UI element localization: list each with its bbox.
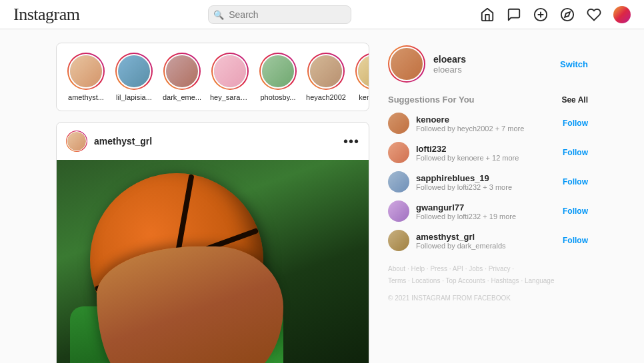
story-item[interactable]: lil_lapisia... [115,53,153,101]
follow-button[interactable]: Follow [563,236,588,245]
story-avatar-inner [357,54,369,89]
footer-link[interactable]: Hashtags [491,277,519,284]
story-username: dark_eme... [163,93,201,101]
footer-link[interactable]: API [453,265,463,272]
post-image [57,160,369,363]
add-icon[interactable] [533,7,548,22]
follow-button[interactable]: Follow [563,206,588,216]
story-item[interactable]: hey_sarah... [211,53,249,101]
story-username: kenzoere [359,93,369,101]
feed-column: amethyst...lil_lapisia...dark_eme...hey_… [56,43,369,363]
suggestions-list: kenoereFollowed by heych2002 + 7 moreFol… [388,113,588,251]
post-author-avatar[interactable] [66,131,87,152]
current-user-text: eloears eloears [433,54,466,75]
switch-button[interactable]: Switch [560,59,588,69]
suggestion-avatar[interactable] [388,200,409,222]
suggestion-avatar[interactable] [388,113,409,134]
suggestion-avatar[interactable] [388,171,409,192]
suggestion-left: gwangurl77Followed by lofti232 + 19 more [388,200,516,222]
heart-icon[interactable] [587,7,601,22]
suggestion-text: amesthyst_grlFollowed by dark_emeralds [416,232,506,250]
suggestion-text: gwangurl77Followed by lofti232 + 19 more [416,202,516,220]
footer-link-row: About · Help · Press · API · Jobs · Priv… [388,263,588,287]
story-username: lil_lapisia... [116,93,152,101]
suggestion-left: lofti232Followed by kenoere + 12 more [388,142,519,163]
follow-button[interactable]: Follow [563,119,588,128]
story-avatar-inner [309,54,343,89]
footer-copyright: © 2021 INSTAGRAM FROM FACEBOOK [388,292,588,304]
story-item[interactable]: amethyst... [67,53,105,101]
suggestion-left: sapphireblues_19Followed by lofti232 + 3… [388,171,512,192]
post-more-button[interactable]: ••• [343,135,359,148]
see-all-button[interactable]: See All [561,95,588,105]
suggestion-item: gwangurl77Followed by lofti232 + 19 more… [388,200,588,222]
suggestion-item: kenoereFollowed by heych2002 + 7 moreFol… [388,113,588,134]
story-username: amethyst... [68,93,104,101]
footer-link[interactable]: Language [525,277,555,284]
hand [97,246,283,363]
story-avatar-inner [165,54,199,89]
story-avatar-ring [163,53,201,90]
suggestion-item: lofti232Followed by kenoere + 12 moreFol… [388,142,588,163]
footer-link[interactable]: Top Accounts [446,277,485,284]
footer-link[interactable]: Jobs [469,265,483,272]
story-username: heyach2002 [306,93,346,101]
sidebar-column: eloears eloears Switch Suggestions For Y… [388,43,588,363]
story-avatar-inner [117,54,151,89]
footer-link[interactable]: Terms [388,277,406,284]
compass-icon[interactable] [560,7,575,22]
footer-link[interactable]: About [388,265,405,272]
follow-button[interactable]: Follow [563,177,588,186]
follow-button[interactable]: Follow [563,148,588,157]
messenger-icon[interactable] [507,7,521,22]
search-input[interactable] [208,5,351,24]
story-username: photosby... [261,93,296,101]
footer-links: About · Help · Press · API · Jobs · Priv… [388,263,588,304]
suggestions-header: Suggestions For You See All [388,95,588,105]
story-item[interactable]: photosby... [259,53,297,101]
current-user-name[interactable]: eloears [433,54,466,65]
story-avatar-inner [69,54,103,89]
current-user-left: eloears eloears [388,45,466,83]
instagram-logo: Instagram [13,5,79,25]
suggestion-sub: Followed by lofti232 + 19 more [416,212,516,220]
suggestion-username[interactable]: lofti232 [416,144,519,154]
suggestion-item: amesthyst_grlFollowed by dark_emeraldsFo… [388,230,588,251]
story-avatar-ring [115,53,153,90]
post-author-username[interactable]: amethyst_grl [94,136,152,147]
current-user-avatar[interactable] [388,45,425,83]
story-avatar-ring [211,53,249,90]
svg-marker-4 [565,12,570,17]
suggestion-avatar[interactable] [388,230,409,251]
story-avatar-ring [355,53,369,90]
stories-bar: amethyst...lil_lapisia...dark_eme...hey_… [56,43,369,111]
story-item[interactable]: kenzoere [355,53,369,101]
story-item[interactable]: dark_eme... [163,53,201,101]
profile-avatar[interactable] [613,6,631,23]
footer-link[interactable]: Privacy [489,265,511,272]
home-icon[interactable] [480,7,495,22]
suggestion-sub: Followed by dark_emeralds [416,242,506,250]
suggestion-sub: Followed by kenoere + 12 more [416,154,519,162]
story-avatar-ring [67,53,105,90]
story-avatar-inner [213,54,247,89]
suggestion-username[interactable]: kenoere [416,115,524,125]
main-layout: amethyst...lil_lapisia...dark_eme...hey_… [0,29,644,363]
suggestion-avatar[interactable] [388,142,409,163]
suggestion-username[interactable]: amesthyst_grl [416,232,506,242]
story-username: hey_sarah... [210,93,250,101]
nav-icons [480,6,631,23]
suggestion-username[interactable]: sapphireblues_19 [416,173,512,183]
post-photo [57,160,369,363]
suggestion-text: kenoereFollowed by heych2002 + 7 more [416,115,524,133]
footer-link[interactable]: Help [411,265,425,272]
svg-point-3 [561,8,573,20]
suggestion-sub: Followed by lofti232 + 3 more [416,183,512,191]
footer-link[interactable]: Press [430,265,447,272]
search-container: 🔍 [208,5,351,24]
suggestion-username[interactable]: gwangurl77 [416,202,516,212]
footer-link[interactable]: Locations [412,277,441,284]
story-item[interactable]: heyach2002 [307,53,345,101]
search-icon: 🔍 [213,9,224,19]
suggestion-left: amesthyst_grlFollowed by dark_emeralds [388,230,506,251]
